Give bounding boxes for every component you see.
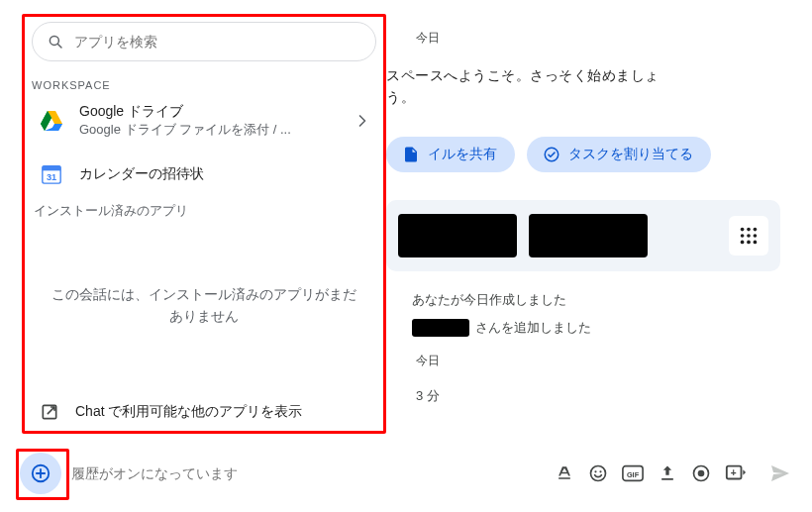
card-redacted-1 bbox=[398, 214, 517, 257]
search-icon bbox=[47, 33, 64, 51]
svg-point-8 bbox=[747, 240, 751, 244]
svg-point-2 bbox=[747, 228, 751, 232]
svg-point-9 bbox=[754, 240, 758, 244]
svg-point-0 bbox=[545, 148, 558, 161]
add-button[interactable] bbox=[20, 453, 61, 494]
plus-icon bbox=[30, 462, 51, 484]
svg-point-13 bbox=[591, 466, 606, 481]
svg-text:+: + bbox=[731, 467, 737, 478]
welcome-line2: う。 bbox=[386, 89, 415, 105]
svg-text:31: 31 bbox=[47, 172, 56, 182]
svg-point-6 bbox=[754, 234, 758, 238]
installed-apps-label: インストール済みのアプリ bbox=[34, 202, 376, 220]
svg-point-1 bbox=[741, 228, 745, 232]
added-text: さんを追加しました bbox=[475, 319, 591, 337]
svg-point-15 bbox=[599, 470, 601, 472]
emoji-icon[interactable] bbox=[588, 463, 608, 483]
grid-button[interactable] bbox=[729, 216, 768, 256]
member-redacted bbox=[412, 319, 469, 337]
show-more-apps-label: Chat で利用可能な他のアプリを表示 bbox=[75, 403, 302, 421]
created-text: あなたが今日作成しました bbox=[412, 291, 566, 309]
share-file-chip[interactable]: イルを共有 bbox=[386, 137, 515, 172]
screen-share-icon[interactable]: + bbox=[725, 463, 747, 483]
show-more-apps[interactable]: Chat で利用可能な他のアプリを表示 bbox=[32, 390, 376, 426]
svg-point-4 bbox=[741, 234, 745, 238]
share-icon bbox=[402, 146, 420, 163]
cards-row bbox=[386, 200, 780, 271]
svg-line-23 bbox=[57, 44, 61, 48]
svg-point-19 bbox=[698, 470, 705, 477]
card-redacted-2 bbox=[529, 214, 648, 257]
apps-panel: WORKSPACE Google ドライブ Google ドライブ ファイルを添… bbox=[32, 22, 376, 426]
svg-marker-28 bbox=[51, 124, 62, 131]
svg-point-7 bbox=[741, 240, 745, 244]
calendar-icon: 31 bbox=[40, 162, 63, 186]
app-item-calendar[interactable]: 31 カレンダーの招待状 bbox=[32, 151, 376, 198]
compose-bar: GIF + bbox=[20, 453, 792, 494]
date-label-2: 今日 bbox=[416, 353, 812, 369]
app-item-title: カレンダーの招待状 bbox=[79, 165, 372, 183]
chevron-right-icon bbox=[353, 111, 372, 131]
no-installed-apps: この会話には、インストール済みのアプリがまだありません bbox=[32, 220, 376, 390]
workspace-section-label: WORKSPACE bbox=[32, 79, 376, 91]
welcome-text: スペースへようこそ。さっそく始めましょ う。 bbox=[386, 64, 812, 109]
svg-point-14 bbox=[594, 470, 596, 472]
drive-icon bbox=[40, 109, 63, 133]
open-external-icon bbox=[40, 402, 59, 422]
svg-text:GIF: GIF bbox=[627, 470, 640, 479]
svg-point-3 bbox=[754, 228, 758, 232]
suggestion-chips: イルを共有 タスクを割り当てる bbox=[386, 137, 812, 172]
app-item-drive[interactable]: Google ドライブ Google ドライブ ファイルを添付 / ... bbox=[32, 91, 376, 151]
apps-search-input[interactable] bbox=[74, 34, 361, 50]
compose-toolbar: GIF + bbox=[555, 463, 747, 483]
task-check-icon bbox=[543, 146, 560, 163]
welcome-line1: スペースへようこそ。さっそく始めましょ bbox=[386, 67, 660, 83]
apps-search[interactable] bbox=[32, 22, 376, 61]
added-msg: さんを追加しました bbox=[412, 319, 812, 337]
send-button[interactable] bbox=[768, 461, 792, 485]
upload-icon[interactable] bbox=[658, 463, 677, 483]
gif-icon[interactable]: GIF bbox=[622, 463, 644, 483]
send-icon bbox=[768, 461, 792, 485]
created-msg: あなたが今日作成しました bbox=[412, 291, 812, 309]
svg-point-5 bbox=[747, 234, 751, 238]
compose-input[interactable] bbox=[71, 465, 545, 481]
assign-task-label: タスクを割り当てる bbox=[568, 146, 693, 163]
system-messages: あなたが今日作成しました さんを追加しました bbox=[412, 291, 812, 337]
share-file-label: イルを共有 bbox=[428, 146, 497, 163]
relative-time: 3 分 bbox=[416, 387, 812, 405]
assign-task-chip[interactable]: タスクを割り当てる bbox=[527, 137, 711, 172]
app-item-title: Google ドライブ bbox=[79, 103, 337, 121]
record-icon[interactable] bbox=[691, 463, 711, 483]
date-label: 今日 bbox=[416, 30, 812, 47]
svg-rect-30 bbox=[43, 166, 60, 171]
app-item-sub: Google ドライブ ファイルを添付 / ... bbox=[79, 121, 307, 139]
format-icon[interactable] bbox=[555, 463, 574, 483]
